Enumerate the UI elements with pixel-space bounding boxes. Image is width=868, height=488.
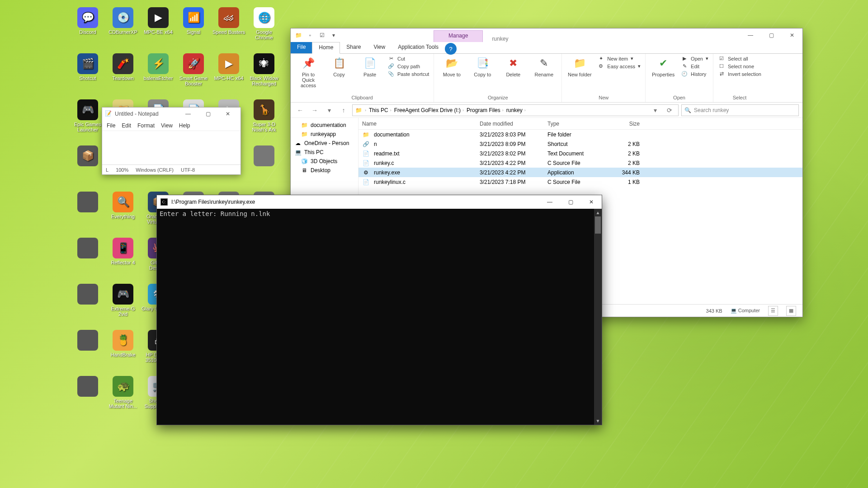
table-row[interactable]: 📁documentation3/21/2023 8:03 PMFile fold… [359,130,802,139]
desktop-icon[interactable]: ▶MPC-HC x64 [211,53,246,99]
desktop-icon[interactable]: 🍍HandBrake [105,330,141,376]
qat-dropdown-icon[interactable]: ▾ [329,30,339,40]
column-headers[interactable]: Name Date modified Type Size [359,118,802,130]
desktop-icon[interactable]: 🐢Teenage Mutant Nin... [105,376,141,422]
maximize-button[interactable]: ▢ [198,108,218,120]
paste-button[interactable]: 📄 Paste [357,56,383,77]
back-button[interactable]: ← [294,104,306,116]
desktop-icon[interactable]: 📦 [70,145,105,192]
explorer-titlebar[interactable]: 📁 ▫ ☑ ▾ Manage runkey — ▢ ✕ [291,28,802,42]
desktop-icon[interactable]: 🚀Smart Game Booster [176,53,211,99]
crumb-sep[interactable]: › [365,108,366,113]
crumb-program-files[interactable]: Program Files› [467,107,504,113]
console-scrollbar[interactable]: ▲ ▼ [594,209,602,425]
thumb-view-button[interactable]: ▦ [786,306,796,316]
table-row[interactable]: 📄runkey.c3/21/2023 4:22 PMC Source File2… [359,158,802,168]
manage-contextual-tab[interactable]: Manage [434,30,483,42]
scroll-down-icon[interactable]: ▼ [594,417,602,425]
tab-share[interactable]: Share [340,42,367,53]
desktop-icon[interactable] [70,192,105,238]
nav-item[interactable]: 🖥Desktop [292,166,356,175]
notepad-titlebar[interactable]: 📝 Untitled - Notepad — ▢ ✕ [102,108,241,120]
minimize-button[interactable]: — [178,108,198,120]
nav-item[interactable]: 📁documentation [292,121,356,130]
menu-help[interactable]: Help [179,122,190,129]
crumb-runkey[interactable]: runkey› [506,107,526,113]
delete-button[interactable]: ✖Delete [500,56,526,77]
console-output[interactable]: Enter a letter: Running n.lnk [157,209,594,425]
desktop-icon[interactable]: 📱Reflector 4 [105,238,141,284]
tab-file[interactable]: File [291,42,312,53]
nav-item[interactable]: 🧊3D Objects [292,157,356,166]
maximize-button[interactable]: ▢ [560,195,581,209]
paste-shortcut-button[interactable]: 📎Paste shortcut [387,71,429,77]
tab-home[interactable]: Home [312,42,340,54]
desktop-icon[interactable]: 💿CDBurnerXP [105,7,141,53]
desktop-icon[interactable] [70,376,105,422]
up-button[interactable]: ↑ [338,104,349,116]
crumb-this-pc[interactable]: This PC› [369,107,392,113]
desktop-icon[interactable]: 🦒Super 3-D Noah's Ark [246,99,282,145]
menu-view[interactable]: View [161,122,173,129]
table-row[interactable]: 📄readme.txt3/21/2023 8:02 PMText Documen… [359,149,802,158]
copy-button[interactable]: 📋 Copy [326,56,352,77]
pin-to-quick-access-button[interactable]: 📌 Pin to Quick access [295,56,321,88]
desktop-icon[interactable]: 🔍Everything [105,192,141,238]
forward-button[interactable]: → [309,104,321,116]
help-icon[interactable]: ? [445,43,457,55]
desktop-icon[interactable] [246,145,282,192]
details-view-button[interactable]: ☰ [768,306,778,316]
console-titlebar[interactable]: C: I:\Program Files\runkey\runkey.exe — … [157,195,602,209]
col-size[interactable]: Size [603,121,643,127]
col-type[interactable]: Type [544,121,603,127]
desktop-icon[interactable]: 📶Signal [176,7,211,53]
table-row[interactable]: ⚙runkey.exe3/21/2023 4:22 PMApplication3… [359,168,802,177]
desktop-icon[interactable]: 🎬Shotcut [70,53,105,99]
qat-properties-icon[interactable]: ☑ [317,30,327,40]
nav-item[interactable]: 💻This PC [292,148,356,157]
desktop-icon[interactable]: 🌐Google Chrome [246,7,282,53]
scroll-thumb[interactable] [595,216,601,234]
recent-dropdown[interactable]: ▾ [323,104,335,116]
tab-application-tools[interactable]: Application Tools [392,42,445,53]
desktop-icon[interactable]: 🕷Black Widow Recharged [246,53,282,99]
table-row[interactable]: 🔗n3/21/2023 8:09 PMShortcut2 KB [359,139,802,149]
desktop-icon[interactable]: ▶MPC-BE x64 [141,7,176,53]
qat-prevfolder-icon[interactable]: ▫ [305,30,315,40]
new-folder-button[interactable]: 📁New folder [566,56,593,77]
col-date[interactable]: Date modified [476,121,544,127]
easy-access-button[interactable]: ⚙Easy access ▾ [597,63,641,69]
close-button[interactable]: ✕ [581,195,602,209]
col-name[interactable]: Name [359,121,476,127]
notepad-textarea[interactable] [102,131,241,164]
minimize-button[interactable]: — [740,28,761,42]
rename-button[interactable]: ✎Rename [531,56,557,77]
desktop-icon[interactable] [70,284,105,330]
close-button[interactable]: ✕ [218,108,238,120]
minimize-button[interactable]: — [539,195,560,209]
select-all-button[interactable]: ☑Select all [718,56,761,61]
open-button[interactable]: ▶Open ▾ [681,56,708,61]
search-input[interactable]: 🔍 Search runkey [681,104,799,116]
select-none-button[interactable]: ☐Select none [718,63,761,69]
desktop-icon[interactable]: 🧨Teardown [105,53,141,99]
properties-button[interactable]: ✔Properties [650,56,676,77]
edit-button[interactable]: ✎Edit [681,63,708,69]
history-button[interactable]: 🕘History [681,71,708,77]
nav-item[interactable]: ☁OneDrive - Person [292,139,356,148]
scroll-track[interactable] [594,216,602,417]
menu-edit[interactable]: Edit [122,122,131,129]
address-bar[interactable]: 📁 › This PC› FreeAgent GoFlex Drive (I:)… [352,104,679,116]
menu-format[interactable]: Format [137,122,155,129]
refresh-button[interactable]: ⟳ [664,104,675,116]
maximize-button[interactable]: ▢ [761,28,782,42]
crumb-drive[interactable]: FreeAgent GoFlex Drive (I:)› [394,107,464,113]
nav-item[interactable]: 📁runkeyapp [292,130,356,139]
desktop-icon[interactable]: 🏎Speed Busters [211,7,246,53]
invert-selection-button[interactable]: ⇄Invert selection [718,71,761,77]
copy-path-button[interactable]: 🔗Copy path [387,63,429,69]
new-item-button[interactable]: ✦New item ▾ [597,56,641,61]
desktop-icon[interactable] [70,238,105,284]
scroll-up-icon[interactable]: ▲ [594,209,602,216]
tab-view[interactable]: View [367,42,392,53]
